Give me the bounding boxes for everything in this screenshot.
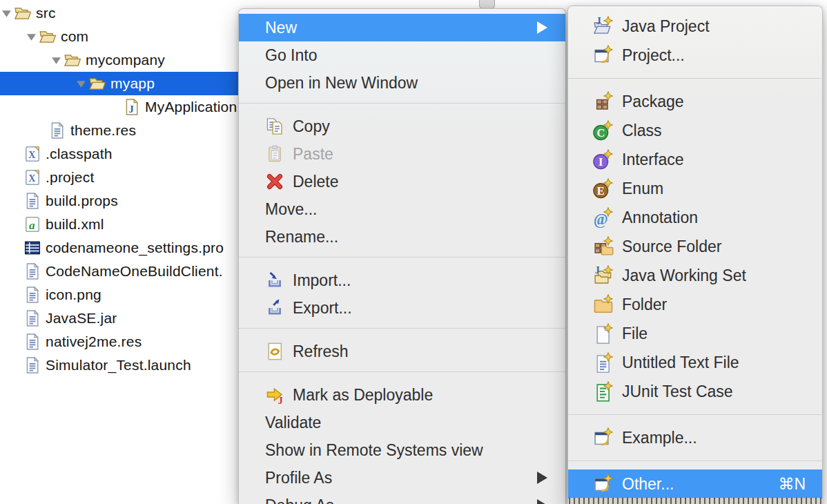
- tree-item-label: Simulator_Test.launch: [46, 357, 191, 374]
- submenu-arrow-icon: [537, 21, 547, 34]
- new-submenu: JJava ProjectProject...PackageCClassIInt…: [567, 6, 823, 504]
- new-untitled-text-file-icon: [593, 352, 614, 373]
- menu-item-label: Project...: [622, 46, 685, 65]
- tree-item-nativej2me-res[interactable]: nativej2me.res: [0, 330, 238, 353]
- menu-item-mark-as-deployable[interactable]: JMark as Deployable: [239, 381, 565, 409]
- menu-separator: [239, 103, 565, 104]
- open-folder-icon: [14, 4, 32, 22]
- tree-item-build-props[interactable]: build.props: [0, 189, 238, 213]
- tree-item-label: nativej2me.res: [46, 333, 142, 350]
- tree-item-label: JavaSE.jar: [46, 310, 117, 327]
- expander-triangle-icon[interactable]: [51, 56, 64, 65]
- tree-item-label: .classpath: [46, 146, 113, 162]
- menu-item-label: Java Working Set: [622, 266, 746, 285]
- tree-item-label: icon.png: [46, 287, 101, 303]
- menu-item-label: Java Project: [622, 17, 710, 36]
- menu-item-new[interactable]: New: [239, 14, 565, 41]
- menu-item-label: Source Folder: [622, 238, 721, 256]
- menu-item-label: Open in New Window: [265, 74, 418, 93]
- expander-triangle-icon[interactable]: [26, 32, 39, 41]
- package-explorer-tree: srccommycompanymyappJMyApplication.theme…: [0, 1, 238, 504]
- tree-item-label: .project: [46, 169, 94, 186]
- menu-item-annotation[interactable]: @Annotation: [568, 203, 822, 232]
- menu-item-export[interactable]: Export...: [239, 294, 565, 322]
- menu-item-other[interactable]: Other...⌘N: [568, 469, 822, 498]
- new-example-wizard-icon: [593, 427, 614, 448]
- menu-item-label: New: [265, 19, 297, 37]
- menu-item-label: Other...: [622, 475, 674, 494]
- menu-item-copy[interactable]: Copy: [239, 113, 565, 140]
- svg-text:E: E: [597, 185, 605, 197]
- menu-item-label: Interface: [622, 151, 684, 169]
- new-enum-icon: E: [593, 178, 614, 199]
- new-annotation-icon: @: [593, 207, 614, 228]
- menu-item-validate[interactable]: Validate: [239, 409, 565, 436]
- tree-item-codenameone-settings-pro[interactable]: codenameone_settings.pro: [0, 236, 238, 260]
- menu-item-label: Folder: [622, 295, 667, 314]
- new-package-icon: [593, 91, 614, 112]
- menu-item-label: Show in Remote Systems view: [265, 441, 483, 460]
- tree-item-label: CodeNameOneBuildClient.: [46, 263, 223, 280]
- new-source-folder-icon: [593, 236, 614, 257]
- background-content-strip: [569, 498, 821, 504]
- ant-build-file-icon: a: [23, 215, 41, 233]
- menu-item-class[interactable]: CClass: [568, 116, 822, 145]
- tree-item-simulator-test-launch[interactable]: Simulator_Test.launch: [0, 353, 238, 377]
- menu-item-junit-test-case[interactable]: JUnit Test Case: [568, 377, 822, 406]
- tree-item-javase-jar[interactable]: JavaSE.jar: [0, 307, 238, 330]
- tree-item-src[interactable]: src: [0, 1, 238, 25]
- menu-separator: [568, 414, 822, 415]
- text-file-icon: [23, 333, 41, 351]
- menu-separator: [239, 371, 565, 372]
- tree-item-mycompany[interactable]: mycompany: [0, 48, 238, 72]
- menu-item-source-folder[interactable]: Source Folder: [568, 232, 822, 261]
- svg-text:J: J: [278, 396, 283, 405]
- menu-item-label: Export...: [293, 299, 352, 318]
- menu-item-folder[interactable]: Folder: [568, 290, 822, 319]
- menu-item-import[interactable]: Import...: [239, 266, 565, 294]
- new-interface-icon: I: [593, 149, 614, 170]
- menu-item-label: Profile As: [265, 469, 332, 487]
- menu-item-interface[interactable]: IInterface: [568, 145, 822, 174]
- menu-item-project[interactable]: Project...: [568, 41, 822, 70]
- submenu-arrow-icon: [537, 499, 547, 504]
- tree-item-label: mycompany: [86, 52, 165, 68]
- menu-item-java-project[interactable]: JJava Project: [568, 12, 822, 41]
- svg-text:@: @: [594, 211, 608, 228]
- menu-item-rename[interactable]: Rename...: [239, 223, 565, 251]
- tree-item-myapp[interactable]: myapp: [0, 72, 238, 95]
- menu-item-refresh[interactable]: Refresh: [239, 338, 565, 365]
- menu-item-file[interactable]: File: [568, 319, 822, 348]
- tree-item-label: theme.res: [70, 122, 136, 139]
- menu-separator: [568, 461, 822, 461]
- tree-item-theme-res[interactable]: theme.res: [0, 119, 238, 142]
- tree-item-myapplication[interactable]: JMyApplication.: [0, 95, 238, 119]
- menu-item-enum[interactable]: EEnum: [568, 174, 822, 203]
- copy-icon: [265, 117, 284, 136]
- new-java-working-set-icon: J: [593, 265, 614, 286]
- refresh-icon: [265, 342, 284, 361]
- svg-text:a: a: [29, 219, 35, 232]
- tree-item-codenameonebuildclient[interactable]: CodeNameOneBuildClient.: [0, 260, 238, 283]
- menu-item-delete[interactable]: Delete: [239, 168, 565, 195]
- menu-item-go-into[interactable]: Go Into: [239, 41, 565, 69]
- tree-item-build-xml[interactable]: abuild.xml: [0, 213, 238, 236]
- menu-item-show-in-remote-systems-view[interactable]: Show in Remote Systems view: [239, 436, 565, 464]
- menu-item-package[interactable]: Package: [568, 87, 822, 116]
- tree-item-project[interactable]: X.project: [0, 166, 238, 189]
- tree-item-com[interactable]: com: [0, 25, 238, 48]
- tree-item-icon-png[interactable]: icon.png: [0, 283, 238, 307]
- menu-item-untitled-text-file[interactable]: Untitled Text File: [568, 348, 822, 377]
- menu-item-move[interactable]: Move...: [239, 195, 565, 223]
- menu-item-label: Debug As: [265, 496, 334, 504]
- tree-item-classpath[interactable]: X.classpath: [0, 142, 238, 166]
- menu-item-label: Move...: [265, 200, 317, 219]
- menu-item-profile-as[interactable]: Profile As: [239, 464, 565, 492]
- menu-item-debug-as[interactable]: Debug As: [239, 492, 565, 504]
- menu-item-open-in-new-window[interactable]: Open in New Window: [239, 69, 565, 97]
- expander-triangle-icon[interactable]: [76, 79, 88, 88]
- menu-item-example[interactable]: Example...: [568, 423, 822, 452]
- expander-triangle-icon[interactable]: [1, 9, 14, 18]
- tree-item-label: build.props: [46, 193, 118, 209]
- menu-item-java-working-set[interactable]: JJava Working Set: [568, 261, 822, 290]
